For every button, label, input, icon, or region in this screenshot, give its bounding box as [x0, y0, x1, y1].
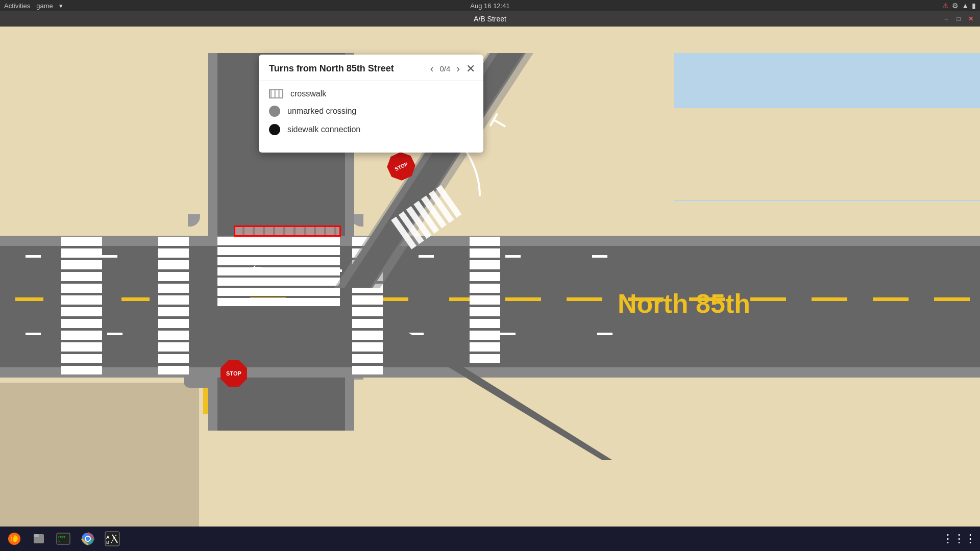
taskbar: FXVT >_ A B ⋮⋮⋮ — [0, 527, 980, 551]
network-icon: ⚙ — [952, 2, 959, 10]
selected-crosswalk[interactable] — [234, 226, 341, 237]
sidewalk-legend-icon — [269, 124, 280, 135]
map-area[interactable]: ⊢ STOP ← — [0, 27, 980, 531]
svg-rect-33 — [158, 354, 189, 363]
crosswalk-legend-icon — [269, 89, 283, 98]
yellow-dash-12 — [873, 297, 909, 301]
wdash-1 — [26, 255, 41, 258]
svg-rect-11 — [61, 237, 102, 246]
svg-rect-64 — [217, 298, 340, 306]
svg-rect-17 — [61, 307, 102, 316]
svg-rect-12 — [61, 248, 102, 258]
dialog-nav: ‹ 0/4 › ✕ — [427, 62, 475, 76]
svg-rect-35 — [352, 237, 383, 246]
nav-prev-button[interactable]: ‹ — [427, 62, 437, 76]
svg-rect-63 — [217, 288, 340, 296]
activities-button[interactable]: Activities — [4, 2, 30, 10]
firefox-icon[interactable] — [4, 529, 24, 549]
svg-point-75 — [86, 537, 90, 541]
stop-sign-top: STOP — [383, 148, 419, 184]
minimize-button[interactable]: – — [941, 14, 951, 23]
crosswalk-left-svg — [61, 237, 102, 374]
game-menu-arrow: ▾ — [59, 2, 63, 10]
svg-rect-50 — [470, 272, 500, 281]
svg-rect-41 — [352, 307, 383, 316]
svg-rect-31 — [158, 331, 189, 340]
svg-rect-19 — [61, 331, 102, 340]
dialog-close-button[interactable]: ✕ — [466, 62, 475, 76]
dialog-body: crosswalk unmarked crossing sidewalk con… — [259, 81, 483, 153]
bdash-2 — [107, 333, 122, 335]
svg-rect-60 — [217, 257, 340, 265]
svg-rect-59 — [217, 247, 340, 255]
dialog-header: Turns from North 85th Street ‹ 0/4 › ✕ — [259, 55, 483, 81]
legend-crosswalk: crosswalk — [269, 89, 473, 98]
terminal-icon[interactable]: FXVT >_ — [53, 529, 74, 549]
nav-next-button[interactable]: › — [453, 62, 463, 76]
yellow-dash-6 — [505, 297, 541, 301]
chrome-icon[interactable] — [78, 529, 98, 549]
close-button[interactable]: ✕ — [966, 14, 976, 23]
svg-text:FXVT: FXVT — [58, 535, 66, 539]
topbar-right: ⚠ ⚙ ▲ ▮ — [942, 2, 980, 10]
svg-rect-43 — [352, 331, 383, 340]
svg-rect-52 — [470, 295, 500, 305]
svg-rect-7 — [413, 201, 439, 234]
nav-count: 0/4 — [439, 64, 450, 73]
svg-rect-62 — [217, 278, 340, 286]
svg-rect-36 — [352, 248, 383, 258]
unmarked-legend-icon — [269, 106, 280, 117]
svg-rect-39 — [352, 284, 383, 293]
svg-rect-53 — [470, 307, 500, 316]
wdash-3 — [419, 255, 434, 258]
block-bottom-left — [0, 383, 199, 531]
svg-rect-45 — [352, 354, 383, 363]
land-over-water2 — [607, 108, 980, 200]
svg-rect-8 — [421, 195, 447, 228]
dialog-title: Turns from North 85th Street — [269, 63, 394, 74]
alert-icon: ⚠ — [942, 2, 949, 10]
svg-rect-38 — [352, 272, 383, 281]
svg-rect-24 — [158, 248, 189, 258]
svg-rect-30 — [158, 319, 189, 328]
files-icon[interactable] — [29, 529, 49, 549]
crosswalk-label: crosswalk — [290, 89, 326, 98]
svg-rect-13 — [61, 260, 102, 269]
apps-button[interactable]: ⋮⋮⋮ — [942, 532, 976, 545]
svg-rect-29 — [158, 307, 189, 316]
svg-rect-23 — [158, 237, 189, 246]
yellow-dash-2 — [121, 297, 150, 301]
topbar-datetime: Aug 16 12:41 — [470, 2, 509, 10]
svg-rect-25 — [158, 260, 189, 269]
wifi-icon: ▲ — [962, 2, 969, 10]
svg-rect-37 — [352, 260, 383, 269]
svg-rect-27 — [158, 284, 189, 293]
yellow-dash-11 — [812, 297, 847, 301]
svg-rect-28 — [158, 295, 189, 305]
yellow-dash-10 — [750, 297, 786, 301]
svg-rect-18 — [61, 319, 102, 328]
game-menu[interactable]: game — [36, 2, 53, 10]
svg-rect-22 — [61, 366, 102, 374]
wdash-4 — [505, 255, 521, 258]
abstreet-icon[interactable]: A B — [102, 529, 122, 549]
svg-rect-69 — [34, 534, 39, 537]
svg-rect-26 — [158, 272, 189, 281]
svg-marker-65 — [408, 333, 612, 460]
titlebar-controls: – □ ✕ — [941, 14, 976, 23]
crosswalk-second-svg — [158, 237, 189, 374]
svg-rect-34 — [158, 366, 189, 374]
maximize-button[interactable]: □ — [953, 14, 964, 23]
svg-text:B: B — [106, 540, 109, 545]
svg-rect-44 — [352, 342, 383, 352]
land-topleft — [0, 53, 199, 226]
svg-rect-32 — [158, 342, 189, 352]
svg-rect-6 — [406, 206, 432, 239]
yellow-dash-1 — [15, 297, 43, 301]
window-title: A/B Street — [474, 15, 506, 23]
svg-rect-42 — [352, 319, 383, 328]
bdash-1 — [26, 333, 41, 335]
diagonal-exit-svg — [408, 333, 612, 460]
svg-rect-61 — [217, 267, 340, 276]
legend-sidewalk: sidewalk connection — [269, 124, 473, 135]
